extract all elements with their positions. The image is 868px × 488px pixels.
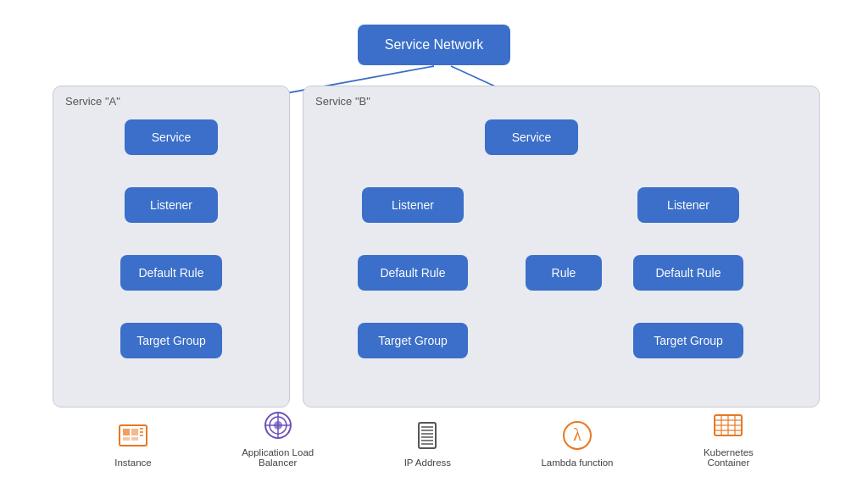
ip-address-label: IP Address — [404, 458, 451, 468]
svg-rect-20 — [131, 429, 138, 435]
svg-rect-19 — [123, 429, 130, 435]
instance-icon — [116, 419, 150, 452]
ip-address-icon-item: IP Address — [404, 419, 451, 468]
a-service-node: Service — [125, 119, 218, 155]
alb-icon-item: Application LoadBalancer — [242, 408, 314, 468]
instance-label: Instance — [114, 458, 151, 468]
icons-section: Instance Application LoadBalancer — [19, 408, 849, 468]
a-default-rule-node: Default Rule — [120, 255, 222, 291]
svg-rect-21 — [123, 437, 130, 441]
a-target-group-node: Target Group — [120, 323, 222, 358]
b-listener-left-node: Listener — [362, 187, 464, 223]
k8s-label: KubernetesContainer — [704, 447, 754, 468]
instance-icon-item: Instance — [114, 419, 151, 468]
svg-rect-22 — [131, 437, 138, 441]
b-target-group-left-node: Target Group — [358, 323, 468, 358]
b-listener-right-node: Listener — [637, 187, 739, 223]
lambda-label: Lambda function — [541, 458, 613, 468]
k8s-icon-item: KubernetesContainer — [704, 408, 754, 468]
b-target-group-right-node: Target Group — [633, 323, 743, 358]
section-b-label: Service "B" — [315, 95, 370, 108]
k8s-icon — [711, 408, 745, 442]
alb-label: Application LoadBalancer — [242, 447, 314, 468]
lambda-icon: λ — [560, 419, 594, 452]
svg-text:λ: λ — [573, 425, 581, 444]
b-default-rule-left-node: Default Rule — [358, 255, 468, 291]
lambda-icon-item: λ Lambda function — [541, 419, 613, 468]
service-network-node: Service Network — [358, 25, 510, 65]
b-default-rule-right-node: Default Rule — [633, 255, 743, 291]
b-service-node: Service — [485, 119, 578, 155]
diagram-wrapper: Service Network Service "A" Service List… — [19, 9, 849, 480]
section-a-label: Service "A" — [65, 95, 120, 108]
ip-address-icon — [410, 419, 444, 452]
a-listener-node: Listener — [125, 187, 218, 223]
alb-icon — [261, 408, 295, 442]
b-rule-node: Rule — [526, 255, 602, 291]
